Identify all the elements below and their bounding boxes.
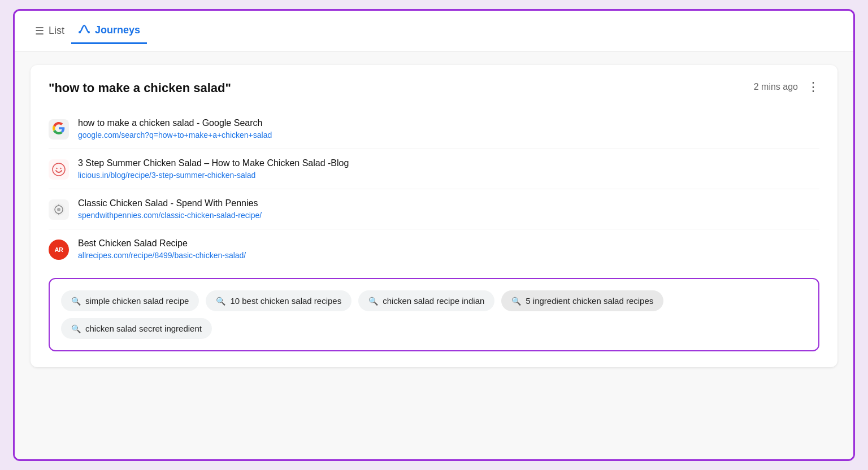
svg-point-2 <box>53 163 65 176</box>
app-container: ☰ List Journeys "how to make a chicken s… <box>13 9 855 461</box>
history-url-4[interactable]: allrecipes.com/recipe/8499/basic-chicken… <box>78 251 246 260</box>
history-text: Classic Chicken Salad - Spend With Penni… <box>78 198 262 220</box>
history-item: Classic Chicken Salad - Spend With Penni… <box>49 189 819 229</box>
suggestions-grid: 🔍 simple chicken salad recipe 🔍 10 best … <box>61 290 807 339</box>
history-item: AR Best Chicken Salad Recipe allrecipes.… <box>49 229 819 269</box>
list-icon: ☰ <box>35 25 44 37</box>
journey-title: "how to make a chicken salad" <box>49 81 231 95</box>
search-icon: 🔍 <box>216 297 225 306</box>
card-meta: 2 mins ago ⋮ <box>754 81 819 93</box>
journeys-icon <box>78 23 90 38</box>
svg-point-1 <box>88 31 90 33</box>
search-icon: 🔍 <box>71 297 81 306</box>
suggestion-10best[interactable]: 🔍 10 best chicken salad recipes <box>206 290 351 311</box>
history-item: how to make a chicken salad - Google Sea… <box>49 109 819 149</box>
suggestion-secret[interactable]: 🔍 chicken salad secret ingredient <box>61 318 212 339</box>
tab-list-label: List <box>49 25 64 37</box>
main-content: "how to make a chicken salad" 2 mins ago… <box>15 51 853 459</box>
pennies-favicon <box>49 199 69 220</box>
history-url-3[interactable]: spendwithpennies.com/classic-chicken-sal… <box>78 211 262 220</box>
suggestion-5ingredient[interactable]: 🔍 5 ingredient chicken salad recipes <box>501 290 663 311</box>
suggestion-label-indian: chicken salad recipe indian <box>383 296 484 306</box>
history-url-1[interactable]: google.com/search?q=how+to+make+a+chicke… <box>78 130 272 140</box>
history-title-2: 3 Step Summer Chicken Salad – How to Mak… <box>78 158 349 168</box>
tab-journeys[interactable]: Journeys <box>71 18 147 44</box>
google-favicon <box>49 119 69 140</box>
history-url-2[interactable]: licious.in/blog/recipe/3-step-summer-chi… <box>78 171 349 180</box>
suggestion-label-simple: simple chicken salad recipe <box>85 296 189 306</box>
licious-favicon <box>49 159 69 180</box>
search-icon: 🔍 <box>368 297 378 306</box>
history-title-4: Best Chicken Salad Recipe <box>78 238 246 249</box>
svg-point-0 <box>79 31 81 33</box>
suggestion-label-secret: chicken salad secret ingredient <box>85 324 202 333</box>
history-text: 3 Step Summer Chicken Salad – How to Mak… <box>78 158 349 180</box>
menu-dots-button[interactable]: ⋮ <box>807 81 819 93</box>
history-title-3: Classic Chicken Salad - Spend With Penni… <box>78 198 262 208</box>
allrecipes-favicon: AR <box>49 240 69 260</box>
svg-point-3 <box>56 168 57 169</box>
suggestions-box: 🔍 simple chicken salad recipe 🔍 10 best … <box>49 278 819 351</box>
search-icon: 🔍 <box>71 324 81 333</box>
svg-point-7 <box>57 208 60 211</box>
suggestion-indian[interactable]: 🔍 chicken salad recipe indian <box>358 290 494 311</box>
suggestion-simple[interactable]: 🔍 simple chicken salad recipe <box>61 290 199 311</box>
card-header: "how to make a chicken salad" 2 mins ago… <box>49 81 819 95</box>
history-text: how to make a chicken salad - Google Sea… <box>78 118 272 140</box>
journey-card: "how to make a chicken salad" 2 mins ago… <box>31 65 837 367</box>
history-text: Best Chicken Salad Recipe allrecipes.com… <box>78 238 246 260</box>
tab-list[interactable]: ☰ List <box>28 20 71 42</box>
tab-journeys-label: Journeys <box>95 24 140 36</box>
search-icon: 🔍 <box>511 297 521 306</box>
history-list: how to make a chicken salad - Google Sea… <box>49 109 819 269</box>
tab-bar: ☰ List Journeys <box>15 11 853 51</box>
svg-point-4 <box>60 168 61 169</box>
history-title-1: how to make a chicken salad - Google Sea… <box>78 118 272 128</box>
suggestion-label-5ingredient: 5 ingredient chicken salad recipes <box>526 296 653 306</box>
history-item: 3 Step Summer Chicken Salad – How to Mak… <box>49 149 819 189</box>
timestamp: 2 mins ago <box>754 82 798 92</box>
suggestion-label-10best: 10 best chicken salad recipes <box>230 296 341 306</box>
